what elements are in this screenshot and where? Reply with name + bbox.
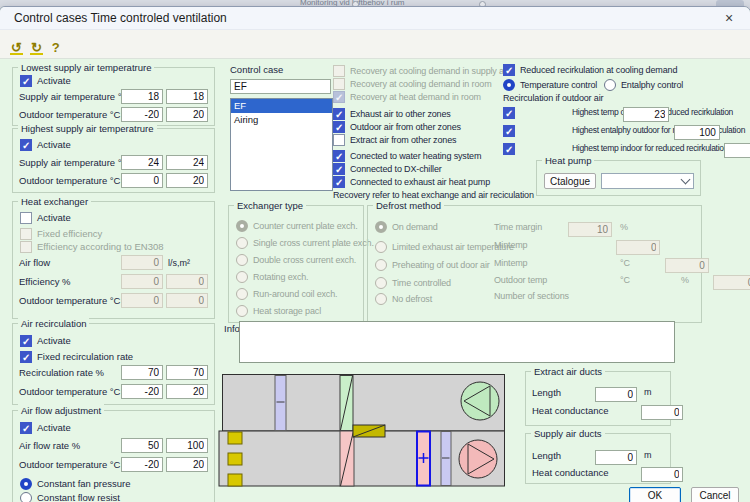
lowest-supply-temp-1[interactable]: [121, 89, 163, 104]
recirc-outdoor-temp-1[interactable]: [121, 384, 163, 399]
defrost-outdoor-percent-unit: %: [681, 275, 689, 285]
air-flow-rate-row: Air flow rate %: [19, 438, 208, 453]
highest-outdoor-temp-2[interactable]: [166, 173, 208, 188]
catalogue-button[interactable]: Ctalogue: [544, 173, 596, 189]
temperature-control-radio[interactable]: [503, 79, 515, 91]
mintemp-unit-2: °C: [620, 258, 630, 268]
extract-zones-row: Extract air from other zones: [333, 133, 456, 146]
extract-zones-checkbox[interactable]: [333, 134, 345, 146]
field-label: Outdoor temperature °C: [19, 109, 118, 120]
supply-air-temp-row: Supply air temperature °C: [19, 89, 208, 104]
counter-current-radio: [236, 220, 248, 232]
undo-icon[interactable]: ↺: [10, 42, 23, 55]
air-flow-rate-1[interactable]: [121, 438, 163, 453]
option-label: Single cross current plate exch.: [253, 238, 374, 248]
highest-entalphy-outdoor-checkbox[interactable]: [503, 125, 515, 137]
constant-flow-resist-radio-row: Constant flow resist: [20, 491, 120, 502]
toolbar: ↺ ↻ ?: [0, 30, 750, 59]
fixed-rate-row: Fixed recirculation rate: [20, 350, 133, 363]
option-label: Double cross current exch.: [253, 255, 356, 265]
single-cross-radio: [236, 237, 248, 249]
fixed-rate-checkbox[interactable]: [20, 351, 32, 363]
extract-length-input[interactable]: [595, 387, 637, 402]
supply-conductance-input[interactable]: [641, 467, 683, 482]
water-heating-label: Conected to water heating system: [350, 151, 481, 161]
highest-temp-outdoor-checkbox[interactable]: [503, 107, 515, 119]
activate-checkbox[interactable]: [20, 139, 32, 151]
exhaust-zones-row: Exhaust air to other zones: [333, 107, 451, 120]
highest-temp-indoor-checkbox[interactable]: [503, 143, 515, 155]
heat-pump-dropdown[interactable]: [601, 173, 694, 189]
exchanger-outdoor-temp-1: [121, 293, 163, 308]
list-item[interactable]: EF: [231, 99, 332, 113]
recovery-cooling-room-checkbox: [333, 78, 345, 90]
entalphy-control-radio[interactable]: [604, 79, 616, 91]
activate-checkbox[interactable]: [20, 422, 32, 434]
highest-temp-outdoor-input[interactable]: [623, 107, 669, 122]
extract-fan: [461, 382, 499, 420]
adjust-outdoor-temp-1[interactable]: [121, 457, 163, 472]
recovery-cooling-room-row: Recovery at cooling demand in room: [333, 77, 491, 90]
adjust-outdoor-temp-2[interactable]: [166, 457, 208, 472]
lowest-outdoor-temp-1[interactable]: [121, 107, 163, 122]
ok-button[interactable]: OK: [629, 487, 681, 502]
recirculation-rate-row: Recirculation rate %: [19, 365, 208, 380]
water-heating-checkbox[interactable]: [333, 150, 345, 162]
close-icon[interactable]: ×: [716, 9, 742, 27]
constant-flow-resist-radio[interactable]: [20, 492, 32, 502]
field-label: Supply air temperature °C: [19, 91, 118, 102]
group-title: Air flow adjustment: [18, 404, 104, 417]
highest-entalphy-outdoor-input[interactable]: [674, 125, 720, 140]
list-item[interactable]: Airing: [231, 113, 332, 127]
group-title: Heat pump: [542, 154, 594, 167]
group-air-flow-adjustment: Air flow adjustment Activate Air flow ra…: [12, 410, 215, 502]
group-supply-air-ducts: Supply air ducts Length m Heat conductan…: [525, 433, 671, 484]
outdoor-temp-row: Outdoor temperature °C: [19, 107, 208, 122]
recirculation-rate-2[interactable]: [166, 365, 208, 380]
info-textarea[interactable]: [239, 321, 675, 363]
constant-flow-resist-label: Constant flow resist: [37, 492, 120, 502]
entalphy-control-radio-row: Entalphy control: [604, 78, 683, 91]
highest-supply-temp-2[interactable]: [166, 155, 208, 170]
control-cases-dialog: Control cases Time controled ventilation…: [0, 6, 750, 502]
activate-checkbox[interactable]: [20, 75, 32, 87]
exhaust-zones-checkbox[interactable]: [333, 108, 345, 120]
help-icon[interactable]: ?: [50, 41, 62, 55]
mintemp-label: Mintemp: [494, 258, 527, 268]
highest-outdoor-temp-1[interactable]: [121, 173, 163, 188]
extract-conductance-input[interactable]: [641, 405, 683, 420]
outdoor-zones-checkbox[interactable]: [333, 121, 345, 133]
lowest-supply-temp-2[interactable]: [166, 89, 208, 104]
dx-chiller-checkbox[interactable]: [333, 163, 345, 175]
highest-temp-indoor-label: Highest temp indoor for reduced recirkul…: [572, 143, 728, 153]
activate-label: Activate: [37, 212, 71, 223]
air-flow-rate-2[interactable]: [166, 438, 208, 453]
exchanger-option-row: Double cross current exch.: [236, 253, 356, 266]
activate-label: Activate: [37, 422, 71, 433]
supply-length-input[interactable]: [595, 450, 637, 465]
reduced-recirculation-checkbox[interactable]: [503, 64, 515, 76]
highest-supply-temp-1[interactable]: [121, 155, 163, 170]
activate-checkbox[interactable]: [20, 212, 32, 224]
control-case-input[interactable]: [230, 79, 331, 94]
exhaust-heat-pump-checkbox[interactable]: [333, 176, 345, 188]
highest-temp-indoor-input[interactable]: [724, 143, 750, 158]
exchanger-outdoor-temp-2: [166, 293, 208, 308]
activate-checkbox[interactable]: [20, 335, 32, 347]
recirc-outdoor-temp-2[interactable]: [166, 384, 208, 399]
defrost-option-row: Preheating of out door air: [375, 258, 490, 271]
outdoor-temp-row: Outdoor temperature °C: [19, 457, 208, 472]
constant-fan-pressure-radio[interactable]: [20, 478, 32, 490]
cancel-button[interactable]: Cancel: [691, 487, 739, 502]
outdoor-zones-row: Outdoor air from other zones: [333, 120, 461, 133]
no-defrost-radio: [375, 293, 387, 305]
group-title: Extract air ducts: [531, 365, 605, 378]
redo-icon[interactable]: ↻: [30, 42, 43, 55]
heat-conductance-label: Heat conductance: [532, 467, 609, 478]
recovery-cooling-room-label: Recovery at cooling demand in room: [350, 79, 491, 89]
recirculation-rate-1[interactable]: [121, 365, 163, 380]
lowest-outdoor-temp-2[interactable]: [166, 107, 208, 122]
activate-checkbox-row: Activate: [20, 421, 71, 434]
fixed-efficiency-label: Fixed efficiency: [37, 228, 102, 239]
activate-checkbox-row: Activate: [20, 138, 71, 151]
